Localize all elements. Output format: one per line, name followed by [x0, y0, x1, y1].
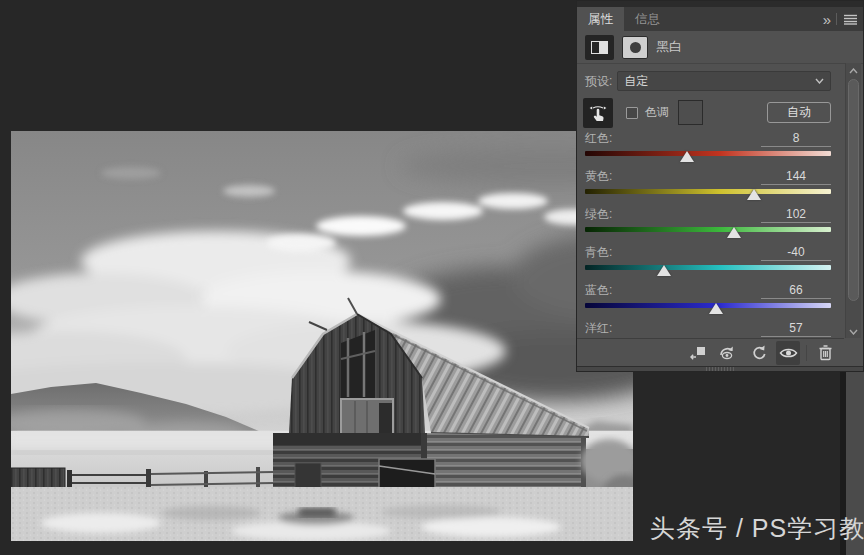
photoshop-workspace: 头条号 / PS学习教程 属性 信息 » 黑白: [0, 0, 864, 555]
preset-row: 预设: 自定: [585, 71, 831, 91]
hand-pointer-icon: [588, 103, 608, 123]
slider-thumb[interactable]: [709, 303, 723, 314]
adjustment-header: 黑白: [577, 31, 863, 63]
auto-button[interactable]: 自动: [767, 102, 831, 123]
scrollbar-thumb[interactable]: [848, 79, 859, 301]
slider-row-greens: 绿色:102: [585, 208, 831, 232]
slider-label: 青色:: [585, 244, 612, 261]
watermark: 头条号 / PS学习教程: [650, 512, 864, 545]
slider-value-field[interactable]: 57: [761, 321, 831, 337]
slider-value-field[interactable]: 144: [761, 169, 831, 185]
panel-tabbar: 属性 信息 »: [577, 7, 863, 31]
collapse-to-icons-icon[interactable]: »: [823, 12, 829, 27]
slider-row-yellows: 黄色:144: [585, 170, 831, 194]
slider-row-blues: 蓝色:66: [585, 284, 831, 308]
visibility-toggle-button[interactable]: [776, 341, 800, 365]
preset-value: 自定: [624, 73, 815, 90]
scroll-down-icon[interactable]: [846, 326, 861, 338]
slider-label: 黄色:: [585, 168, 612, 185]
slider-label: 蓝色:: [585, 282, 612, 299]
slider-value-field[interactable]: 66: [761, 283, 831, 299]
slider-thumb[interactable]: [680, 151, 694, 162]
slider-track[interactable]: [585, 151, 831, 156]
panel-bottom-edge: [577, 366, 863, 371]
footer-divider: [806, 345, 807, 361]
slider-track[interactable]: [585, 189, 831, 194]
reset-arrow-icon: [750, 344, 767, 361]
slider-track[interactable]: [585, 265, 831, 270]
slider-thumb[interactable]: [727, 227, 741, 238]
scroll-up-icon[interactable]: [846, 65, 861, 77]
slider-value-field[interactable]: 8: [761, 131, 831, 147]
adjustment-title: 黑白: [656, 38, 682, 56]
tint-checkbox[interactable]: [626, 107, 638, 119]
delete-adjustment-button[interactable]: [813, 341, 837, 365]
panel-footer: [577, 338, 844, 366]
properties-panel: 属性 信息 » 黑白 预设: 自定: [576, 0, 864, 372]
tabbar-divider: [836, 13, 837, 25]
preset-label: 预设:: [585, 73, 612, 90]
document-canvas[interactable]: [11, 131, 633, 541]
panel-menu-icon[interactable]: [844, 14, 857, 25]
barn-photo: [11, 131, 633, 541]
panel-scrollbar[interactable]: [845, 63, 861, 338]
targeted-adjustment-tool-button[interactable]: [583, 98, 613, 128]
preset-dropdown[interactable]: 自定: [617, 71, 831, 91]
slider-value-field[interactable]: 102: [761, 207, 831, 223]
slider-row-reds: 红色:8: [585, 132, 831, 156]
slider-label: 绿色:: [585, 206, 612, 223]
view-previous-state-button[interactable]: [716, 341, 740, 365]
slider-row-cyans: 青色:-40: [585, 246, 831, 270]
tint-row: 色调 自动: [583, 97, 831, 128]
panel-resize-gripper[interactable]: [706, 367, 734, 371]
slider-track[interactable]: [585, 303, 831, 308]
trash-icon: [818, 344, 833, 361]
slider-value-field[interactable]: -40: [761, 245, 831, 261]
header-divider: [577, 63, 863, 64]
slider-label: 红色:: [585, 130, 612, 147]
clip-to-layer-icon: [689, 344, 707, 361]
eye-history-icon: [718, 344, 738, 361]
layer-mask-icon[interactable]: [622, 36, 648, 59]
slider-thumb[interactable]: [657, 265, 671, 276]
tint-label: 色调: [645, 104, 669, 121]
slider-track[interactable]: [585, 227, 831, 232]
tint-color-swatch[interactable]: [678, 100, 703, 125]
reset-button[interactable]: [746, 341, 770, 365]
eye-icon: [779, 346, 798, 360]
tab-properties[interactable]: 属性: [577, 7, 624, 31]
slider-thumb[interactable]: [747, 189, 761, 200]
bw-adjustment-icon: [585, 35, 614, 60]
clip-to-layer-button[interactable]: [686, 341, 710, 365]
slider-label: 洋红:: [585, 320, 612, 337]
bw-sliders: 红色:8 黄色:144 绿色:102 青色:-40 蓝色:66 洋红:57: [585, 132, 831, 346]
chevron-down-icon: [815, 78, 824, 84]
tab-info[interactable]: 信息: [624, 7, 671, 31]
